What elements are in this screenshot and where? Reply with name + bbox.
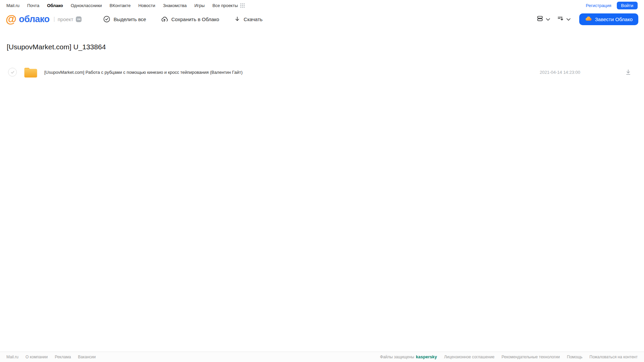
download-label: Скачать	[244, 16, 262, 22]
header-right-controls: Завести Облако	[536, 13, 638, 25]
file-toolbar: Выделить все Сохранить в Облако Скачать	[103, 15, 262, 23]
portal-link-news[interactable]: Новости	[138, 3, 155, 8]
chevron-down-icon	[546, 16, 550, 22]
footer-link-help[interactable]: Помощь	[567, 355, 582, 359]
sort-control[interactable]	[557, 15, 571, 23]
footer-link-ads[interactable]: Реклама	[55, 355, 71, 359]
portal-link-mailru[interactable]: Mail.ru	[6, 3, 19, 8]
cloud-icon	[585, 15, 592, 23]
save-to-cloud-button[interactable]: Сохранить в Облако	[161, 15, 219, 23]
vk-icon: vk	[76, 16, 82, 22]
file-name: [UsupovMarket.com] Работа с рубцами с по…	[44, 70, 243, 75]
registration-link[interactable]: Регистрация	[586, 3, 611, 8]
cloud-header: @ облако | проект vk Выделить все Со	[0, 11, 644, 27]
protected-by-label: Файлы защищены	[380, 355, 414, 359]
footer-link-license[interactable]: Лицензионное соглашение	[444, 355, 494, 359]
chevron-down-icon	[566, 16, 571, 22]
create-cloud-label: Завести Облако	[595, 16, 633, 22]
row-select-checkbox[interactable]	[8, 68, 17, 76]
select-all-label: Выделить все	[113, 16, 146, 22]
portal-nav: Mail.ru Почта Облако Одноклассники ВКонт…	[0, 0, 644, 11]
page-title: [UsupovMarket.com] U_133864	[7, 43, 644, 51]
folder-icon	[24, 67, 38, 78]
mailru-at-icon: @	[6, 13, 16, 24]
footer-right: Файлы защищены kaspersky Лицензионное со…	[380, 355, 638, 359]
kaspersky-protection: Файлы защищены kaspersky	[380, 355, 437, 359]
footer: Mail.ru О компании Реклама Вакансии Файл…	[0, 352, 644, 362]
view-mode-icon	[536, 15, 544, 23]
portal-link-dating[interactable]: Знакомства	[163, 3, 187, 8]
file-download-icon[interactable]	[625, 69, 632, 75]
footer-link-mailru[interactable]: Mail.ru	[6, 355, 18, 359]
portal-link-vkontakte[interactable]: ВКонтакте	[110, 3, 131, 8]
kaspersky-logo[interactable]: kaspersky	[416, 355, 437, 359]
cloud-logo[interactable]: @ облако	[6, 14, 50, 25]
footer-link-report[interactable]: Пожаловаться на контент	[590, 355, 638, 359]
check-circle-icon	[103, 15, 110, 23]
file-date: 2021-04-14 14:23:00	[540, 70, 580, 75]
public-folder-content: [UsupovMarket.com] U_133864 [UsupovMarke…	[0, 27, 644, 352]
save-to-cloud-label: Сохранить в Облако	[171, 16, 219, 22]
portal-link-games[interactable]: Игры	[194, 3, 205, 8]
portal-link-all-projects[interactable]: Все проекты	[212, 3, 245, 8]
portal-link-odnoklassniki[interactable]: Одноклассники	[71, 3, 102, 8]
file-row[interactable]: [UsupovMarket.com] Работа с рубцами с по…	[0, 65, 644, 79]
cloud-upload-icon	[161, 15, 168, 23]
all-projects-label: Все проекты	[212, 3, 238, 8]
select-all-button[interactable]: Выделить все	[103, 15, 146, 23]
create-cloud-button[interactable]: Завести Облако	[579, 13, 638, 25]
check-icon	[10, 70, 15, 74]
project-label: проект	[58, 16, 73, 22]
footer-link-about[interactable]: О компании	[26, 355, 48, 359]
download-icon	[234, 16, 241, 22]
view-mode-control[interactable]	[536, 15, 550, 23]
download-button[interactable]: Скачать	[234, 16, 262, 22]
portal-nav-right: Регистрация Войти	[586, 2, 638, 9]
sort-icon	[557, 15, 564, 23]
login-button[interactable]: Войти	[617, 2, 638, 9]
logo-divider: |	[54, 16, 55, 22]
footer-link-recommendations[interactable]: Рекомендательные технологии	[502, 355, 560, 359]
portal-link-cloud[interactable]: Облако	[47, 3, 63, 8]
portal-link-mail[interactable]: Почта	[27, 3, 39, 8]
cloud-logo-text: облако	[19, 14, 49, 24]
vk-project-badge: | проект vk	[54, 16, 82, 22]
footer-link-jobs[interactable]: Вакансии	[78, 355, 96, 359]
apps-grid-icon	[240, 3, 245, 8]
